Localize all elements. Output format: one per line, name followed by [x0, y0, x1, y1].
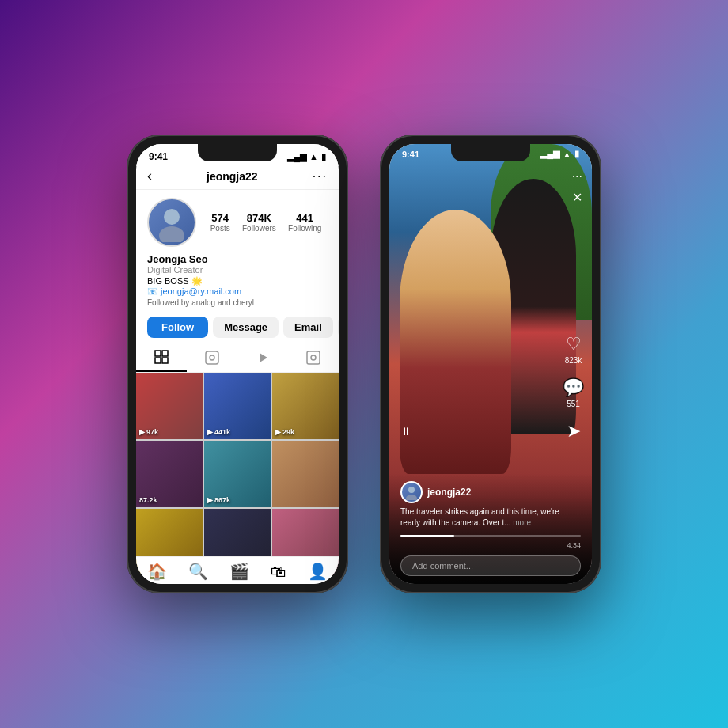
nav-shop-icon[interactable]: 🛍	[271, 563, 286, 581]
nav-profile-icon[interactable]: 👤	[308, 562, 328, 581]
grid-item[interactable]	[272, 441, 339, 507]
reel-play-pause-button[interactable]: ⏸	[400, 425, 411, 438]
reel-user-row: jeongja22	[400, 481, 581, 503]
following-label: Following	[288, 224, 321, 233]
follow-button[interactable]: Follow	[147, 317, 208, 338]
reel-like-button[interactable]: ♡ 823k	[565, 334, 582, 365]
reel-progress-fill	[400, 535, 454, 537]
svg-rect-6	[206, 351, 218, 364]
heart-icon: ♡	[566, 334, 582, 355]
svg-rect-9	[307, 351, 320, 364]
back-button[interactable]: ‹	[147, 168, 152, 184]
reel-progress-bar[interactable]	[400, 535, 581, 537]
bio-category: Digital Creator	[147, 265, 328, 275]
followers-label: Followers	[242, 224, 276, 233]
reel-comment-button[interactable]: 💬 551	[563, 377, 584, 408]
svg-rect-5	[162, 358, 168, 363]
avatar	[147, 198, 196, 247]
tab-reels[interactable]	[187, 343, 237, 372]
nav-reels-icon[interactable]: 🎬	[229, 562, 249, 581]
followers-count: 874K	[247, 212, 271, 224]
more-button[interactable]: ⌄	[338, 317, 339, 338]
view-count: 87.2k	[139, 496, 157, 504]
wifi-icon: ▲	[309, 152, 318, 161]
reel-battery-icon: ▮	[574, 149, 579, 159]
reel-bottom-overlay: jeongja22 The traveler strikes again and…	[389, 473, 592, 584]
profile-stats-row: 574 Posts 874K Followers 441 Following	[136, 190, 339, 252]
bio-text: BIG BOSS 🌟	[147, 276, 328, 286]
share-icon: ➤	[567, 421, 581, 442]
signal-icon: ▂▄▆	[287, 152, 306, 162]
reel-right-actions: ♡ 823k 💬 551 ➤	[563, 334, 584, 442]
reel-time-row: 4:34	[400, 541, 581, 549]
stat-following[interactable]: 441 Following	[288, 212, 321, 233]
photo-grid: ▶ 97k ▶ 441k ▶ 29k 87.2k ▶ 867k	[136, 373, 339, 575]
bio-email[interactable]: 📧 jeongja@ry.mail.com	[147, 286, 328, 297]
grid-item[interactable]: ▶ 29k	[272, 373, 339, 439]
nav-search-icon[interactable]: 🔍	[188, 562, 208, 581]
reel-comment-input[interactable]: Add comment...	[400, 555, 581, 576]
grid-item[interactable]: ▶ 441k	[204, 373, 271, 439]
phone-profile: 9:41 ▂▄▆ ▲ ▮ ‹ jeongja22 ···	[127, 135, 348, 593]
svg-point-7	[210, 355, 214, 360]
bottom-nav: 🏠 🔍 🎬 🛍 👤	[136, 556, 339, 584]
view-count: ▶ 441k	[207, 428, 230, 436]
profile-nav: ‹ jeongja22 ···	[136, 166, 339, 190]
reel-username[interactable]: jeongja22	[427, 487, 471, 498]
content-tabs	[136, 343, 339, 373]
tab-grid[interactable]	[136, 343, 187, 372]
svg-point-11	[408, 487, 415, 493]
bio-name: Jeongja Seo	[147, 253, 328, 265]
action-buttons: Follow Message Email ⌄	[136, 312, 339, 343]
svg-point-12	[406, 495, 417, 500]
svg-rect-3	[162, 351, 168, 356]
tab-tagged[interactable]	[288, 343, 339, 372]
svg-rect-4	[155, 358, 161, 363]
stats-group: 574 Posts 874K Followers 441 Following	[204, 212, 328, 233]
reel-total-time: 4:34	[567, 541, 581, 549]
stat-posts[interactable]: 574 Posts	[210, 212, 230, 233]
following-count: 441	[296, 212, 313, 224]
posts-label: Posts	[210, 224, 230, 233]
grid-item[interactable]: ▶ 97k	[136, 373, 203, 439]
person-foreground	[400, 210, 511, 474]
comment-icon: 💬	[563, 377, 584, 398]
view-count: ▶ 29k	[275, 428, 294, 436]
bio-followed-by: Followed by analog and cheryl	[147, 298, 328, 307]
email-button[interactable]: Email	[283, 317, 333, 338]
profile-bio: Jeongja Seo Digital Creator BIG BOSS 🌟 📧…	[136, 252, 339, 312]
phone-notch-2	[451, 144, 530, 161]
profile-screen: 9:41 ▂▄▆ ▲ ▮ ‹ jeongja22 ···	[136, 144, 339, 584]
svg-marker-8	[260, 353, 267, 362]
grid-item[interactable]: ▶ 867k	[204, 441, 271, 507]
reel-more-button[interactable]: ···	[571, 168, 584, 185]
reel-close-button[interactable]: ✕	[571, 188, 584, 207]
reel-status-time: 9:41	[402, 150, 419, 159]
reel-avatar[interactable]	[400, 481, 423, 503]
reel-container: 9:41 ▂▄▆ ▲ ▮ ··· ✕ ♡ 823k	[389, 144, 592, 584]
tab-video[interactable]	[237, 343, 288, 372]
reel-more-text[interactable]: more	[513, 518, 531, 527]
status-icons: ▂▄▆ ▲ ▮	[287, 152, 326, 162]
comment-count: 551	[567, 400, 580, 408]
reel-caption: The traveler strikes again and this time…	[400, 506, 581, 529]
battery-icon: ▮	[321, 152, 326, 162]
reel-top-controls: ··· ✕	[571, 168, 584, 207]
status-time: 9:41	[149, 151, 168, 162]
nav-home-icon[interactable]: 🏠	[147, 562, 167, 581]
svg-rect-2	[155, 351, 161, 356]
view-count: ▶ 867k	[207, 496, 230, 504]
phone-notch	[198, 144, 277, 161]
stat-followers[interactable]: 874K Followers	[242, 212, 276, 233]
reel-status-icons: ▂▄▆ ▲ ▮	[540, 149, 579, 159]
phone-reel: 9:41 ▂▄▆ ▲ ▮ ··· ✕ ♡ 823k	[380, 135, 601, 593]
view-count: ▶ 97k	[139, 428, 158, 436]
svg-point-10	[311, 355, 316, 360]
more-options-button[interactable]: ···	[313, 169, 328, 184]
reel-screen: 9:41 ▂▄▆ ▲ ▮ ··· ✕ ♡ 823k	[389, 144, 592, 584]
reel-signal-icon: ▂▄▆	[540, 149, 559, 159]
message-button[interactable]: Message	[213, 317, 279, 338]
reel-share-button[interactable]: ➤	[567, 421, 581, 442]
svg-point-0	[164, 209, 180, 225]
grid-item[interactable]: 87.2k	[136, 441, 203, 507]
